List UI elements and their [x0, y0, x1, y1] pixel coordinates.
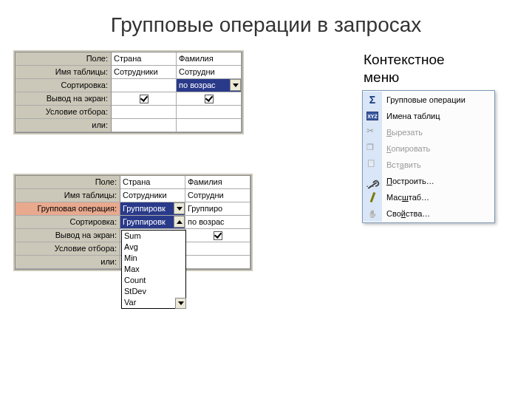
cell-table-2[interactable]: Сотрудни: [177, 66, 242, 79]
row-label-field: Поле:: [16, 176, 120, 189]
zoom-icon: [363, 189, 382, 205]
dropdown-item-stdev[interactable]: StDev: [122, 286, 185, 297]
ctx-label: Вставить: [382, 160, 494, 169]
properties-icon: [363, 205, 382, 222]
cell-group-2[interactable]: Группиро: [185, 202, 250, 216]
sigma-icon: Σ: [363, 92, 382, 108]
sort-value: по возрас: [179, 81, 216, 89]
row-label-show: Вывод на экран:: [16, 92, 112, 106]
checkbox-icon[interactable]: [140, 95, 149, 103]
ctx-item-cut: Вырезать: [363, 124, 494, 140]
cell-sort-1[interactable]: [112, 79, 177, 92]
dropdown-toggle-up[interactable]: [174, 216, 185, 228]
cell-crit-1[interactable]: [112, 106, 177, 119]
ctx-label: Вырезать: [382, 128, 494, 137]
row-label-field: Поле:: [16, 52, 112, 66]
row-label-sort: Сортировка:: [16, 216, 120, 229]
dropdown-toggle[interactable]: [230, 79, 241, 91]
sort-value-1: Группировк: [123, 217, 166, 226]
cell-field-1[interactable]: Страна: [120, 176, 185, 189]
checkbox-icon[interactable]: [214, 231, 222, 240]
checkbox-icon[interactable]: [205, 95, 214, 103]
ctx-label: Копировать: [382, 144, 494, 153]
cell-or-2[interactable]: [185, 256, 250, 269]
cell-show-2[interactable]: [177, 92, 242, 106]
row-label-or: или:: [16, 256, 120, 269]
ctx-label: Масштаб…: [382, 193, 494, 202]
chevron-down-icon: [178, 301, 184, 305]
ctx-item-build[interactable]: … Построить…: [363, 173, 494, 189]
context-menu-label-1: Контекстное: [364, 52, 445, 69]
ctx-item-properties[interactable]: Свойства…: [363, 205, 494, 222]
ctx-label: Свойства…: [382, 209, 494, 218]
ctx-label: Групповые операции: [382, 95, 494, 104]
build-icon: …: [363, 173, 382, 189]
ctx-item-groupops[interactable]: Σ Групповые операции: [363, 92, 494, 108]
dropdown-item-avg[interactable]: Avg: [122, 242, 185, 253]
row-label-groupop: Групповая операция:: [16, 202, 120, 216]
cell-sort-2[interactable]: по возрас: [185, 216, 250, 229]
context-menu-label-2: меню: [364, 69, 399, 86]
cell-group-1[interactable]: Группировк: [120, 202, 185, 216]
query-grid-1: Поле: Страна Фамилия Имя таблицы: Сотруд…: [15, 52, 242, 133]
cell-show-2[interactable]: [185, 229, 250, 242]
cell-crit-2[interactable]: [185, 242, 250, 256]
row-label-criteria: Условие отбора:: [16, 106, 112, 119]
row-label-sort: Сортировка:: [16, 79, 112, 92]
dropdown-toggle[interactable]: [174, 202, 185, 214]
ctx-item-copy: Копировать: [363, 140, 494, 157]
row-label-table: Имя таблицы:: [16, 66, 112, 79]
slide-title: Групповые операции в запросах: [0, 0, 532, 37]
row-label-show: Вывод на экран:: [16, 229, 120, 242]
cell-field-1[interactable]: Страна: [112, 52, 177, 66]
cell-or-2[interactable]: [177, 119, 242, 132]
cell-sort-2[interactable]: по возрас: [177, 79, 242, 92]
cell-show-1[interactable]: [112, 92, 177, 106]
dropdown-item-count[interactable]: Count: [122, 275, 185, 286]
chevron-down-icon: [177, 207, 183, 211]
row-label-table: Имя таблицы:: [16, 189, 120, 202]
ctx-label: Построить…: [382, 177, 494, 185]
ctx-item-tablenames[interactable]: XYZ Имена таблиц: [363, 108, 494, 124]
paste-icon: [363, 157, 382, 173]
cell-or-1[interactable]: [112, 119, 177, 132]
dropdown-item-min[interactable]: Min: [122, 253, 185, 264]
chevron-up-icon: [177, 220, 183, 224]
cell-sort-1[interactable]: Группировк: [120, 216, 185, 229]
cell-field-2[interactable]: Фамилия: [185, 176, 250, 189]
ctx-item-zoom[interactable]: Масштаб…: [363, 189, 494, 205]
cell-table-1[interactable]: Сотрудники: [120, 189, 185, 202]
dropdown-item-sum[interactable]: Sum: [122, 231, 185, 242]
cell-field-2[interactable]: Фамилия: [177, 52, 242, 66]
dropdown-item-max[interactable]: Max: [122, 264, 185, 275]
row-label-criteria: Условие отбора:: [16, 242, 120, 256]
copy-icon: [363, 140, 382, 157]
row-label-or: или:: [16, 119, 112, 132]
xyz-icon: XYZ: [363, 108, 382, 124]
chevron-down-icon: [233, 83, 239, 87]
cell-table-1[interactable]: Сотрудники: [112, 66, 177, 79]
context-menu: Σ Групповые операции XYZ Имена таблиц Вы…: [362, 90, 495, 223]
ctx-label: Имена таблиц: [382, 112, 494, 120]
scissors-icon: [363, 124, 382, 140]
cell-crit-2[interactable]: [177, 106, 242, 119]
dropdown-scroll-down[interactable]: [175, 298, 186, 309]
group-function-dropdown[interactable]: Sum Avg Min Max Count StDev Var: [121, 230, 186, 309]
group-value-1: Группировк: [123, 204, 166, 213]
ctx-item-paste: Вставить: [363, 157, 494, 173]
cell-table-2[interactable]: Сотрудни: [185, 189, 250, 202]
